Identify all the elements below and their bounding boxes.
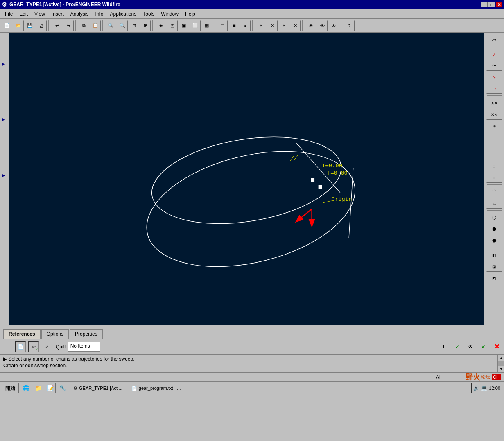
rt-trim[interactable]: ⊤ (486, 135, 502, 145)
tb-x1[interactable]: ✕ (255, 20, 266, 31)
tb-view5[interactable]: ▦ (201, 20, 212, 31)
menubar: File Edit View Insert Analysis Info Appl… (0, 9, 504, 19)
bottom-tabs: References Options Properties (0, 325, 504, 339)
tb-view4[interactable]: ⬜ (190, 20, 201, 31)
taskbar-misc[interactable]: 🔧 (57, 383, 68, 393)
menu-info[interactable]: Info (92, 10, 107, 18)
tb-copy[interactable]: ⧉ (79, 20, 89, 31)
tb-new[interactable]: 📄 (2, 20, 12, 31)
maximize-button[interactable]: □ (488, 2, 495, 7)
rt-dim2[interactable]: ↔ (486, 172, 502, 183)
menu-help[interactable]: Help (182, 10, 199, 18)
menu-applications[interactable]: Applications (107, 10, 140, 18)
tb-eye2[interactable]: 👁 (317, 20, 328, 31)
tb-undo[interactable]: ↩ (52, 20, 62, 31)
menu-file[interactable]: File (2, 10, 16, 18)
bc-check2[interactable]: ✔ (478, 341, 489, 352)
scroll-down[interactable]: ▼ (498, 366, 504, 372)
rt-solid2[interactable]: ◪ (486, 261, 502, 272)
rt-fillet[interactable]: ⌒ (486, 186, 502, 197)
tb-zoom-window[interactable]: ⊞ (140, 20, 151, 31)
tb-x2[interactable]: ✕ (267, 20, 278, 31)
tb-render1[interactable]: ◻ (217, 20, 228, 31)
taskbar-folder[interactable]: 📁 (33, 383, 43, 393)
tb-zoom-in[interactable]: 🔍 (106, 20, 116, 31)
rt-ref[interactable]: ⊕ (486, 120, 502, 131)
bc-eye-ctrl[interactable]: 👁 (465, 341, 476, 352)
rt-dim1[interactable]: ↕ (486, 161, 502, 171)
tb-zoom-fit[interactable]: ⊡ (129, 20, 139, 31)
taskbar-edit[interactable]: 📝 (45, 383, 56, 393)
close-button[interactable]: ✕ (496, 2, 502, 7)
sep2 (75, 20, 77, 31)
rt-spline[interactable]: ∿ (486, 72, 502, 82)
start-button[interactable]: 開始 (2, 383, 19, 393)
title-controls: _ □ ✕ (481, 2, 502, 7)
tb-eye[interactable]: 👁 (305, 20, 316, 31)
bc-check1[interactable]: ✓ (452, 341, 463, 352)
minimize-button[interactable]: _ (481, 2, 488, 7)
tb-eye3[interactable]: 👁 (328, 20, 339, 31)
menu-view[interactable]: View (31, 10, 48, 18)
tb-open[interactable]: 📂 (13, 20, 24, 31)
menu-tools[interactable]: Tools (140, 10, 158, 18)
taskbar-txt[interactable]: 📄 gear_program.txt - ... (128, 383, 185, 393)
left-arrow-3[interactable]: ▶ (2, 173, 7, 178)
rt-line[interactable]: ╱ (486, 49, 502, 59)
tb-view1[interactable]: ◈ (156, 20, 166, 31)
tb-x4[interactable]: ✕ (290, 20, 301, 31)
sep7 (302, 20, 304, 31)
tab-options[interactable]: Options (41, 329, 69, 339)
msg-scrollbar[interactable]: ▲ ▼ (497, 355, 504, 372)
bc-rect[interactable]: □ (2, 341, 13, 352)
menu-edit[interactable]: Edit (16, 10, 31, 18)
rt-chamfer[interactable]: ⌓ (486, 198, 502, 209)
tb-redo[interactable]: ↪ (63, 20, 74, 31)
rt-intersect[interactable]: ✕✕ (486, 98, 502, 108)
tb-render3[interactable]: ▪ (240, 20, 251, 31)
tb-zoom-out[interactable]: 🔍 (117, 20, 128, 31)
taskbar-ie[interactable]: 🌐 (20, 383, 31, 393)
tb-view2[interactable]: ◰ (167, 20, 178, 31)
rt-3d2[interactable]: ⬢ (486, 224, 502, 234)
svg-text:Origin: Origin (332, 196, 352, 202)
system-tray: 🔊 💻 12:00 (471, 383, 502, 393)
tb-help[interactable]: ? (344, 20, 355, 31)
tb-save[interactable]: 💾 (25, 20, 35, 31)
left-arrow-1[interactable]: ▶ (2, 61, 7, 66)
bc-page[interactable]: 📄 (15, 341, 26, 352)
bc-edit[interactable]: ✏ ✓ (28, 341, 39, 352)
tb-x3[interactable]: ✕ (278, 20, 289, 31)
taskbar-gear[interactable]: ⚙ GEAR_TYPE1 [Acti... (70, 383, 126, 393)
bc-cancel[interactable]: ✕ (491, 341, 502, 352)
menu-window[interactable]: Window (158, 10, 182, 18)
sep8 (341, 20, 342, 31)
rt-intersect2[interactable]: ✕✕ (486, 109, 502, 120)
rt-sep4 (487, 159, 502, 159)
tab-properties[interactable]: Properties (70, 329, 103, 339)
rt-3d3[interactable]: ⬣ (486, 235, 502, 246)
tb-render2[interactable]: ◼ (228, 20, 239, 31)
tab-references[interactable]: References (3, 329, 41, 339)
bc-pause[interactable]: ⏸ (438, 341, 450, 352)
rt-curve[interactable]: 〜 (486, 60, 502, 71)
scroll-track[interactable] (498, 361, 504, 366)
rt-extend[interactable]: ⊣ (486, 146, 502, 157)
rt-solid3[interactable]: ◩ (486, 273, 502, 283)
menu-analysis[interactable]: Analysis (67, 10, 92, 18)
start-label: 開始 (5, 385, 15, 392)
rt-shape1[interactable]: ▱ (486, 34, 502, 45)
tb-print[interactable]: 🖨 (36, 20, 47, 31)
scroll-up[interactable]: ▲ (498, 355, 504, 361)
rt-offset[interactable]: ⤻ (486, 83, 502, 94)
msg-line1: ▶ Select any number of chains as traject… (3, 356, 494, 362)
rt-solid1[interactable]: ◧ (486, 250, 502, 260)
left-arrow-2[interactable]: ▶ (2, 117, 7, 122)
tb-paste[interactable]: 📋 (90, 20, 101, 31)
rt-sep5 (487, 184, 502, 185)
bc-arrow[interactable]: ↗ (41, 341, 52, 352)
menu-insert[interactable]: Insert (48, 10, 67, 18)
svg-text:T=0.00: T=0.00 (322, 162, 342, 168)
rt-3d1[interactable]: ⬡ (486, 212, 502, 223)
tb-view3[interactable]: ▣ (179, 20, 189, 31)
